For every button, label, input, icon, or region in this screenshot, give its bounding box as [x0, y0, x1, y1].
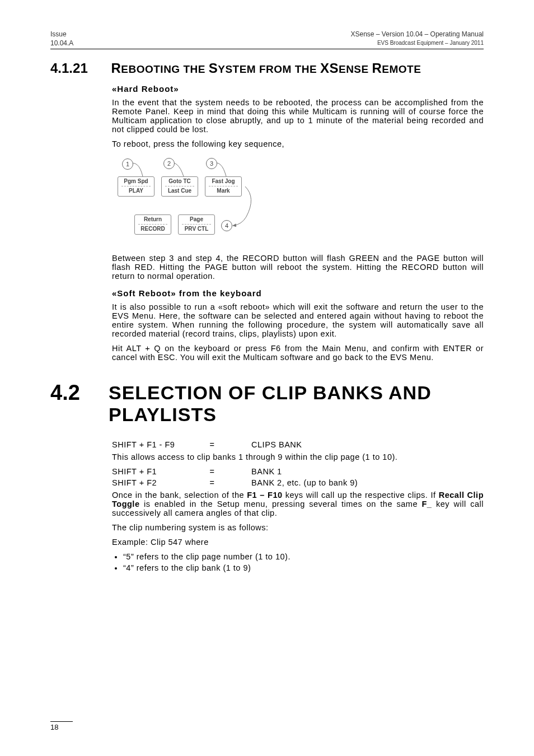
kb-row-2: SHIFT + F1 = BANK 1	[112, 467, 484, 476]
key-gototc-lastcue: Goto TCLast Cue	[161, 176, 198, 197]
soft-reboot-p2: Hit ALT + Q on the keyboard or press F6 …	[112, 344, 484, 362]
reboot-key-diagram: 1 2 3 4 Pgm SpdPLAY Goto TCLast Cue Fast…	[112, 154, 269, 244]
hard-reboot-p2: To reboot, press the following key seque…	[112, 139, 484, 148]
section-4-2-number: 4.2	[50, 382, 109, 404]
sec42-bullets: “5” refers to the clip page number (1 to…	[123, 552, 484, 572]
page-header: Issue 10.04.A XSense – Version 10.04 – O…	[50, 30, 484, 49]
soft-reboot-heading: «Soft Reboot» from the keyboard	[112, 288, 484, 298]
sec42-p3: The clip numbering system is as follows:	[112, 523, 484, 532]
hard-reboot-heading: «Hard Reboot»	[112, 84, 484, 94]
section-4-1-21-heading: 4.1.21 REBOOTING THE SYSTEM FROM THE XSE…	[50, 60, 484, 76]
hard-reboot-p3: Between step 3 and step 4, the RECORD bu…	[112, 254, 484, 281]
key-pgmspd-play: Pgm SpdPLAY	[118, 176, 154, 197]
hard-reboot-p1: In the event that the system needs to be…	[112, 98, 484, 134]
kb-row-3: SHIFT + F2 = BANK 2, etc. (up to bank 9)	[112, 478, 484, 487]
bullet-1: “5” refers to the clip page number (1 to…	[123, 552, 484, 561]
section-4-2-heading: 4.2 SELECTION OF CLIP BANKS AND PLAYLIST…	[50, 382, 484, 426]
page-number: 18	[50, 721, 73, 731]
section-4-2-title: SELECTION OF CLIP BANKS AND PLAYLISTS	[109, 382, 484, 426]
key-fastjog-mark: Fast JogMark	[205, 176, 242, 197]
sec42-p4: Example: Clip 547 where	[112, 538, 484, 547]
section-title: REBOOTING THE SYSTEM FROM THE XSENSE REM…	[111, 60, 421, 76]
section-number: 4.1.21	[50, 60, 109, 76]
sec42-p1: This allows access to clip banks 1 throu…	[112, 452, 484, 461]
header-right-2: EVS Broadcast Equipment – January 2011	[351, 39, 484, 46]
header-right-1: XSense – Version 10.04 – Operating Manua…	[351, 30, 484, 39]
sec42-p2: Once in the bank, selection of the F1 – …	[112, 491, 484, 517]
key-return-record: ReturnRECORD	[134, 214, 171, 235]
key-page-prvctl: PagePRV CTL	[178, 214, 215, 235]
header-left-2: 10.04.A	[50, 39, 73, 48]
header-left-1: Issue	[50, 30, 73, 39]
bullet-2: “4” refers to the clip bank (1 to 9)	[123, 563, 484, 572]
soft-reboot-p1: It is also possible to run a «soft reboo…	[112, 302, 484, 338]
kb-row-1: SHIFT + F1 - F9 = CLIPS BANK	[112, 440, 484, 449]
